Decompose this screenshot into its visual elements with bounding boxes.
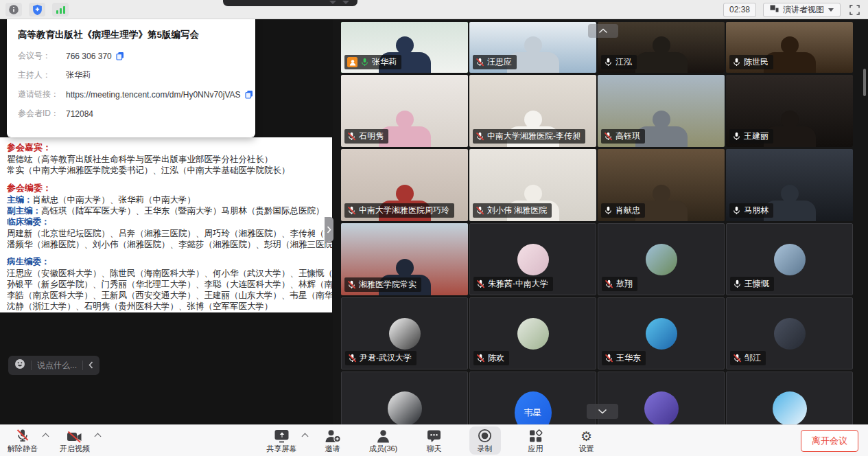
mic-muted-icon — [476, 132, 484, 141]
chat-icon — [427, 429, 441, 443]
video-tile[interactable]: 陈欢 — [469, 297, 596, 369]
grid-scroll-down-button[interactable] — [587, 404, 618, 419]
more-options-chevron-icon[interactable] — [95, 433, 102, 440]
divider — [31, 361, 32, 370]
chat-quick-input[interactable]: 说点什么... — [8, 356, 99, 375]
mic-on-icon — [733, 280, 742, 288]
document-line: 副主编：高钰琪（陆军军医大学）、王华东（暨南大学）马朋林（贵黔国际总医院） — [7, 205, 332, 216]
meeting-info-fields: 会议号：766 306 370主持人：张华莉邀请链接：https://meeti… — [18, 50, 244, 119]
grid-scroll-up-button[interactable] — [588, 24, 618, 38]
toolbar-button-label: 设置 — [579, 444, 594, 453]
smiley-emoji-icon[interactable] — [14, 358, 25, 372]
video-tile[interactable]: 陈世民 — [726, 22, 853, 73]
participant-name-tag: 敖翔 — [602, 277, 637, 291]
floating-toolbar-collapsed[interactable] — [223, 0, 357, 6]
copy-icon[interactable] — [245, 90, 253, 99]
toolbar-button-chat[interactable]: 聊天 — [419, 429, 450, 453]
video-tile[interactable] — [341, 372, 468, 424]
video-tile[interactable]: 敖翔 — [598, 223, 725, 295]
info-icon[interactable] — [5, 3, 22, 16]
video-tile[interactable]: 石明隽 — [341, 75, 468, 147]
video-tile[interactable]: 马朋林 — [726, 149, 853, 221]
video-tile[interactable] — [726, 372, 853, 424]
meeting-info-row: 参会者ID：712084 — [18, 108, 244, 119]
collapse-chat-icon[interactable] — [89, 359, 93, 372]
toolbar-button-settings[interactable]: ⚙设置 — [571, 429, 602, 453]
field-value: 712084 — [66, 109, 93, 119]
document-line: 潘频华（湘雅医院）、刘小伟（湘雅医院）、李懿莎（湘雅医院）、彭玥（湘雅三医院） — [7, 239, 332, 250]
tencent-meeting-window: 02:38 演讲者视图 高等教育出版社《病理生理学》第5版编写会 会议号：766… — [0, 0, 868, 456]
participant-name: 王慷慨 — [744, 278, 769, 290]
share-screen-icon — [273, 429, 290, 443]
network-signal-icon[interactable] — [52, 3, 69, 16]
document-line: 病生编委： — [7, 256, 332, 268]
copy-icon[interactable] — [116, 52, 124, 60]
more-options-chevron-icon[interactable] — [43, 433, 49, 440]
mic-off-icon — [16, 429, 30, 443]
more-options-chevron-icon[interactable] — [301, 433, 308, 440]
apps-icon — [529, 429, 543, 443]
field-value: 张华莉 — [66, 69, 91, 81]
avatar — [388, 391, 422, 424]
video-tile[interactable]: 王建丽 — [726, 75, 853, 147]
leave-meeting-button[interactable]: 离开会议 — [801, 430, 858, 452]
video-tile[interactable]: 邹江 — [726, 297, 853, 369]
avatar — [517, 244, 549, 275]
toolbar-button-mic-off[interactable]: 解除静音 — [7, 429, 38, 453]
toolbar-button-label: 开启视频 — [60, 444, 90, 453]
mic-on-icon — [604, 58, 613, 67]
participant-name: 陈世民 — [744, 56, 769, 68]
chat-placeholder[interactable]: 说点什么... — [37, 360, 77, 372]
video-tile[interactable]: 湘雅医学院常实 — [341, 223, 468, 295]
video-tile[interactable]: 中南大学湘雅医院周巧玲 — [341, 149, 468, 221]
document-line: 沈静（浙江大学）、石明隽（贵州医科大学）、张博（空军军医大学） — [7, 301, 332, 312]
meeting-title: 高等教育出版社《病理生理学》第5版编写会 — [18, 29, 244, 41]
mic-on-icon — [732, 206, 741, 215]
video-tile[interactable]: 张华莉 — [341, 22, 468, 73]
video-tile[interactable]: 朱雅茜-中南大学 — [469, 223, 596, 295]
document-line: 参会嘉宾： — [7, 141, 332, 154]
participant-name: 中南大学湘雅医院周巧玲 — [359, 205, 449, 216]
toolbar-button-record[interactable]: 录制 — [469, 426, 501, 455]
video-tile[interactable]: 肖献忠 — [598, 149, 725, 221]
mic-muted-icon — [476, 58, 484, 67]
participant-name-tag: 陈欢 — [473, 351, 509, 365]
participant-name-tag: 尹君-武汉大学 — [345, 351, 417, 365]
view-mode-label: 演讲者视图 — [783, 5, 824, 15]
toolbar-button-apps[interactable]: 应用 — [520, 429, 552, 453]
participant-name: 肖献忠 — [615, 205, 640, 216]
mic-on-icon — [732, 58, 741, 67]
toolbar-button-camera-off[interactable]: 开启视频 — [59, 429, 91, 453]
video-tile[interactable]: 韦星 — [469, 372, 596, 424]
field-label: 会议号： — [18, 50, 66, 62]
shield-plus-icon[interactable] — [29, 3, 45, 16]
mic-muted-icon — [733, 354, 742, 363]
fullscreen-icon[interactable] — [847, 3, 861, 16]
video-tile[interactable]: 王华东 — [598, 297, 725, 369]
video-tile[interactable]: 刘小伟 湘雅医院 — [469, 149, 596, 221]
video-tile[interactable]: 中南大学湘雅医院-李传昶 — [469, 75, 596, 147]
participant-name: 陈欢 — [488, 352, 504, 364]
video-tile[interactable]: 尹君-武汉大学 — [341, 297, 468, 369]
role-label: 主编： — [7, 195, 33, 205]
grid-scrollbar[interactable] — [863, 69, 866, 96]
avatar: 韦星 — [515, 391, 552, 424]
toolbar-button-invite[interactable]: 邀请 — [317, 429, 349, 453]
participant-name: 尹君-武汉大学 — [360, 352, 412, 364]
field-label: 邀请链接： — [18, 89, 66, 100]
mic-muted-icon — [347, 280, 356, 289]
field-label: 主持人： — [18, 69, 66, 81]
participant-name-tag: 刘小伟 湘雅医院 — [473, 203, 552, 218]
mic-muted-icon — [476, 280, 485, 288]
toolbar-button-share-screen[interactable]: 共享屏幕 — [266, 429, 298, 453]
toolbar-button-members[interactable]: 成员(36) — [368, 429, 399, 453]
document-line: 常实（中南大学湘雅医学院党委书记）、江泓（中南大学基础医学院院长） — [7, 165, 332, 176]
bottom-toolbar: 解除静音开启视频 共享屏幕邀请成员(36)聊天录制应用⚙设置 离开会议 — [0, 424, 868, 456]
video-tile[interactable]: 王慷慨 — [726, 223, 853, 295]
participant-name-tag: 陈世民 — [729, 55, 773, 69]
participant-name: 石明隽 — [359, 130, 384, 142]
video-tile[interactable]: 高钰琪 — [598, 75, 725, 147]
expand-handle[interactable] — [325, 217, 333, 242]
view-mode-switch[interactable]: 演讲者视图 — [763, 3, 841, 17]
video-tile[interactable]: 汪思应 — [469, 22, 596, 73]
